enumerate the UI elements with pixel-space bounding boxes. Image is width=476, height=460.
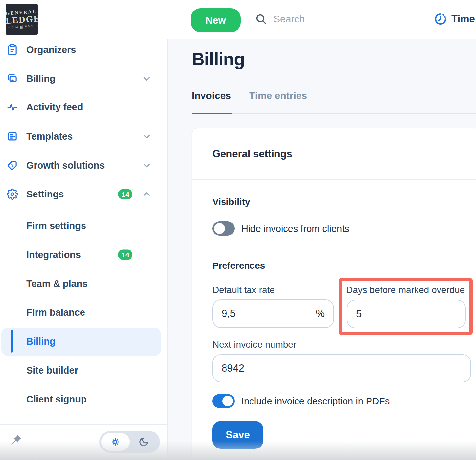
sidebar-item-growth-solutions[interactable]: $ Growth solutions xyxy=(0,155,167,175)
logo-left-number: 0.14 xyxy=(12,26,18,29)
moon-icon xyxy=(139,437,149,447)
billing-cards-icon xyxy=(7,73,18,84)
chevron-down-icon xyxy=(142,132,151,141)
search-icon xyxy=(255,13,267,25)
visibility-heading: Visibility xyxy=(212,197,250,207)
include-description-toggle[interactable] xyxy=(212,394,235,408)
time-nav-item[interactable]: Time e xyxy=(434,12,476,26)
sidebar-subitem-label: Client signup xyxy=(26,394,87,405)
tab-time-entries[interactable]: Time entries xyxy=(249,90,307,101)
theme-toggle[interactable] xyxy=(99,431,160,453)
page-title: Billing xyxy=(192,49,245,70)
new-button[interactable]: New xyxy=(191,8,241,32)
dark-mode-segment[interactable] xyxy=(130,433,158,451)
sidebar-item-label: Growth solutions xyxy=(26,160,105,171)
sidebar-subitem-label: Team & plans xyxy=(26,278,87,289)
sidebar-item-label: Billing xyxy=(26,73,56,84)
sidebar-subitem-firm-balance[interactable]: Firm balance xyxy=(0,303,167,322)
card-title: General settings xyxy=(212,148,292,160)
save-button[interactable]: Save xyxy=(212,421,263,449)
sidebar-subitem-firm-settings[interactable]: Firm settings xyxy=(0,216,167,236)
sidebar-subitem-label: Billing xyxy=(26,336,56,347)
sidebar-item-label: Settings xyxy=(26,189,64,200)
search-input[interactable]: Search xyxy=(255,13,305,25)
app-logo[interactable]: GENERAL LEDGER 0.14 ▦ 5.5.9 xyxy=(6,4,38,34)
days-overdue-value: 5 xyxy=(356,308,362,320)
preferences-heading: Preferences xyxy=(212,261,265,271)
tab-track xyxy=(192,113,476,114)
sidebar: Organizers Billing Activity feed xyxy=(0,39,168,460)
search-placeholder: Search xyxy=(274,13,305,25)
sidebar-subitem-label: Integrations xyxy=(26,249,81,260)
sidebar-item-label: Activity feed xyxy=(26,102,83,113)
chevron-down-icon xyxy=(142,161,151,170)
next-invoice-number-label: Next invoice number xyxy=(212,339,296,350)
include-description-label: Include invoice description in PDFs xyxy=(241,396,390,407)
sidebar-item-organizers[interactable]: Organizers xyxy=(0,40,167,59)
main-content: Billing Invoices Time entries General se… xyxy=(168,39,476,460)
sidebar-subitem-client-signup[interactable]: Client signup xyxy=(0,389,167,409)
topbar: GENERAL LEDGER 0.14 ▦ 5.5.9 New Search xyxy=(0,0,476,39)
time-label: Time xyxy=(451,13,475,25)
chevron-down-icon xyxy=(142,74,151,83)
price-tag-icon: $ xyxy=(7,160,18,171)
default-tax-rate-label: Default tax rate xyxy=(212,285,275,295)
sidebar-subitem-integrations[interactable]: Integrations 14 xyxy=(0,245,167,264)
gear-icon xyxy=(7,189,18,200)
next-invoice-number-input[interactable]: 8942 xyxy=(212,354,471,382)
logo-text-line2: LEDGER xyxy=(6,14,38,25)
sidebar-item-templates[interactable]: Templates xyxy=(0,126,167,146)
sidebar-subitem-label: Site builder xyxy=(26,365,78,376)
chevron-up-icon xyxy=(142,190,151,198)
sidebar-subitem-label: Firm settings xyxy=(26,220,86,231)
sidebar-item-label: Organizers xyxy=(26,44,76,55)
sidebar-item-label: Templates xyxy=(26,131,73,142)
percent-suffix: % xyxy=(316,308,325,320)
general-settings-card: General settings Visibility Hide invoice… xyxy=(192,128,476,460)
light-mode-segment[interactable] xyxy=(101,433,130,451)
sidebar-subitem-billing-active[interactable]: Billing xyxy=(0,332,167,351)
days-overdue-input[interactable]: 5 xyxy=(347,300,466,328)
hide-invoices-label: Hide invoices from clients xyxy=(241,223,349,234)
sidebar-item-activity-feed[interactable]: Activity feed xyxy=(0,97,167,117)
active-tab-underline xyxy=(192,113,232,114)
sidebar-item-billing[interactable]: Billing xyxy=(0,69,167,88)
sidebar-item-settings[interactable]: Settings 14 xyxy=(0,184,167,204)
integrations-count-badge: 14 xyxy=(118,250,132,260)
activity-pulse-icon xyxy=(7,102,18,113)
next-invoice-number-value: 8942 xyxy=(222,362,244,374)
clock-icon xyxy=(434,12,447,26)
logo-right-number: 5.5.9 xyxy=(25,25,33,28)
tab-invoices[interactable]: Invoices xyxy=(192,90,231,101)
sun-icon xyxy=(110,437,120,447)
days-overdue-label: Days before marked overdue xyxy=(346,285,465,295)
svg-text:$: $ xyxy=(11,163,14,168)
sidebar-subitem-team-plans[interactable]: Team & plans xyxy=(0,274,167,293)
hide-invoices-toggle[interactable] xyxy=(212,221,235,236)
templates-window-icon xyxy=(7,131,18,142)
sidebar-subitem-label: Firm balance xyxy=(26,307,85,318)
clipboard-icon xyxy=(7,44,18,56)
ledger-grid-icon: ▦ xyxy=(20,25,24,29)
pin-sidebar-icon[interactable] xyxy=(9,433,23,448)
sidebar-subitem-site-builder[interactable]: Site builder xyxy=(0,360,167,380)
default-tax-rate-value: 9,5 xyxy=(222,308,236,320)
sidebar-footer-divider xyxy=(0,424,167,425)
card-divider xyxy=(192,179,476,180)
default-tax-rate-input[interactable]: 9,5 % xyxy=(212,299,334,328)
settings-count-badge: 14 xyxy=(118,189,132,199)
